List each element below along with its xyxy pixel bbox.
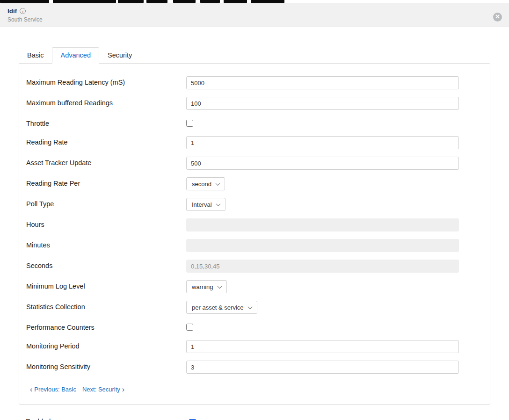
field-label: Maximum buffered Readings [26,97,186,107]
clipped-fragment [0,0,49,3]
form-row: Minimum Log Levelwarning [26,280,483,293]
checkbox-input[interactable] [186,324,193,331]
select-dropdown[interactable]: second [186,177,225,190]
field-label: Minimum Log Level [26,280,186,290]
field-control [186,76,459,89]
service-name: ldif [7,7,17,14]
field-label: Maximum Reading Latency (mS) [26,76,186,86]
text-input[interactable] [186,136,459,149]
field-label: Poll Type [26,198,186,208]
form-row: Statistics Collectionper asset & service [26,301,483,314]
field-control [186,361,459,374]
selected-option-label: warning [192,283,213,290]
clipped-fragment [146,0,167,3]
form-row: Monitoring Sensitivity [26,361,483,374]
chevron-down-icon [217,284,222,289]
checkbox-input[interactable] [186,120,193,127]
form-row: Hours [26,218,483,232]
field-control: per asset & service [186,301,459,314]
form-row: Seconds [26,260,483,273]
field-control: warning [186,280,459,293]
field-control [186,260,459,273]
field-control [186,340,459,353]
form-row: Throttle [26,117,483,129]
form-row: Asset Tracker Update [26,157,483,170]
close-button[interactable]: ✕ [493,13,502,22]
clipped-fragment [200,0,220,3]
field-label: Asset Tracker Update [26,157,186,167]
form-row: Performance Counters [26,321,483,333]
modal-header: ldif i South Service ✕ [0,3,509,27]
clipped-background-content [0,0,509,3]
text-input[interactable] [186,361,459,374]
chevron-down-icon [215,181,220,186]
field-control [186,157,459,170]
chevron-down-icon [247,304,252,309]
clipped-fragment [251,0,284,3]
enabled-row: Enabled [19,417,490,420]
selected-option-label: second [192,181,211,188]
field-control [186,321,459,333]
clipped-fragment [118,0,144,3]
form-row: Reading Rate [26,136,483,149]
field-label: Hours [26,218,186,228]
form-row: Maximum buffered Readings [26,97,483,110]
info-icon[interactable]: i [20,8,26,14]
selected-option-label: per asset & service [192,304,244,311]
form-row: Poll TypeInterval [26,198,483,211]
text-input[interactable] [186,340,459,353]
tab-bar: Basic Advanced Security [19,47,490,63]
field-label: Reading Rate [26,136,186,146]
clipped-fragment [53,0,116,3]
field-control [186,239,459,252]
chevron-down-icon [216,202,220,206]
next-link-label: Next: Security [82,386,120,393]
field-control [186,218,459,232]
text-input[interactable] [186,157,459,170]
enabled-label: Enabled [26,418,189,420]
chevron-left-icon: ‹ [30,386,32,392]
field-label: Reading Rate Per [26,177,186,187]
tab-advanced[interactable]: Advanced [52,47,99,64]
selected-option-label: Interval [192,201,212,208]
previous-tab-link[interactable]: ‹ Previous: Basic [30,386,76,393]
form-rows: Maximum Reading Latency (mS)Maximum buff… [26,76,483,374]
next-tab-link[interactable]: Next: Security › [82,386,124,393]
clipped-fragment [173,0,196,3]
field-label: Statistics Collection [26,301,186,311]
title-line: ldif i [7,7,502,14]
tab-nav-links: ‹ Previous: Basic Next: Security › [30,386,483,393]
advanced-config-panel: Maximum Reading Latency (mS)Maximum buff… [19,63,490,405]
field-control: Interval [186,198,459,211]
field-label: Monitoring Sensitivity [26,361,186,370]
field-label: Performance Counters [26,321,186,331]
field-label: Throttle [26,117,186,127]
text-input [186,260,459,273]
text-input [186,239,459,252]
select-dropdown[interactable]: warning [186,280,227,293]
form-row: Maximum Reading Latency (mS) [26,76,483,89]
field-label: Monitoring Period [26,340,186,350]
field-control [186,136,459,149]
tab-basic[interactable]: Basic [19,47,52,64]
tab-security[interactable]: Security [99,47,140,64]
text-input[interactable] [186,76,459,89]
chevron-right-icon: › [122,386,124,392]
form-row: Reading Rate Persecond [26,177,483,190]
text-input [186,218,459,232]
field-control: second [186,177,459,190]
previous-link-label: Previous: Basic [34,386,76,393]
select-dropdown[interactable]: Interval [186,198,225,211]
clipped-fragment [224,0,247,3]
field-control [186,117,459,129]
field-label: Minutes [26,239,186,249]
text-input[interactable] [186,97,459,110]
form-row: Minutes [26,239,483,252]
form-row: Monitoring Period [26,340,483,353]
service-type-label: South Service [7,16,502,23]
field-label: Seconds [26,260,186,269]
field-control [186,97,459,110]
select-dropdown[interactable]: per asset & service [186,301,257,314]
